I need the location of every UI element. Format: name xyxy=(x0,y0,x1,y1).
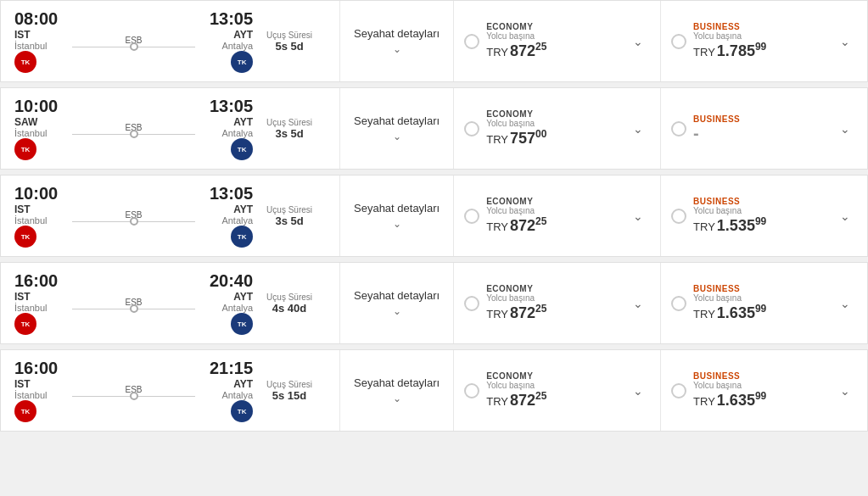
economy-chevron-icon: ⌄ xyxy=(633,384,643,398)
business-decimal: 99 xyxy=(755,390,766,402)
airline-logo-right: TK xyxy=(231,138,253,160)
economy-chevron-icon: ⌄ xyxy=(633,122,643,136)
business-price-value: TRY1.63599 xyxy=(693,303,766,322)
price-section: ECONOMY Yolcu başına TRY87225 ⌄ BUSINESS xyxy=(454,176,867,256)
business-price-block[interactable]: BUSINESS Yolcu başına TRY1.63599 ⌄ xyxy=(661,350,867,431)
flight-info-3: 10:00 IST İstanbul TK ESB 13:05 AYT Anta… xyxy=(1,176,340,256)
flight-line: ESB xyxy=(65,123,202,135)
business-amount: 1.635 xyxy=(717,304,755,321)
flight-list: 08:00 IST İstanbul TK ESB 13:05 AYT Anta… xyxy=(0,0,868,432)
economy-price-block[interactable]: ECONOMY Yolcu başına TRY87225 ⌄ xyxy=(454,176,661,256)
flight-bar xyxy=(72,47,195,47)
economy-price-block[interactable]: ECONOMY Yolcu başına TRY87225 ⌄ xyxy=(454,263,661,343)
business-price-block[interactable]: BUSINESS Yolcu başına TRY1.53599 ⌄ xyxy=(661,176,867,256)
economy-radio[interactable] xyxy=(464,121,479,137)
economy-expand-btn[interactable]: ⌄ xyxy=(626,384,650,398)
business-currency: TRY xyxy=(693,220,715,233)
business-expand-btn[interactable]: ⌄ xyxy=(833,35,857,48)
depart-code: IST xyxy=(14,203,31,215)
economy-expand-btn[interactable]: ⌄ xyxy=(626,297,650,310)
duration-label: Uçuş Süresi xyxy=(266,380,312,389)
logo-right-text: TK xyxy=(238,146,247,153)
economy-price-main: TRY75700 xyxy=(486,128,626,148)
flight-row-1: 08:00 IST İstanbul TK ESB 13:05 AYT Anta… xyxy=(0,0,868,82)
business-price-main: TRY1.63599 xyxy=(693,303,833,322)
depart-time: 16:00 xyxy=(14,359,58,378)
business-dash: - xyxy=(693,124,699,142)
economy-expand-btn[interactable]: ⌄ xyxy=(626,122,650,136)
chevron-down-icon: ⌄ xyxy=(393,131,401,142)
business-price-block[interactable]: BUSINESS Yolcu başına TRY1.63599 ⌄ xyxy=(661,263,867,343)
depart-block: 16:00 IST İstanbul TK xyxy=(14,271,65,335)
economy-amount: 757 xyxy=(510,130,535,147)
economy-price-value: TRY87225 xyxy=(486,390,546,410)
flight-row-2: 10:00 SAW İstanbul TK ESB 13:05 AYT Anta… xyxy=(0,87,868,170)
business-price-main: TRY1.63599 xyxy=(693,390,833,410)
economy-decimal: 00 xyxy=(535,128,546,140)
arrive-city: Antalya xyxy=(221,215,253,226)
details-label: Seyahat detayları xyxy=(354,202,440,215)
business-price-main: - xyxy=(693,124,833,143)
economy-decimal: 25 xyxy=(535,41,546,53)
business-radio[interactable] xyxy=(671,209,686,224)
economy-currency: TRY xyxy=(486,46,508,59)
economy-expand-btn[interactable]: ⌄ xyxy=(626,35,650,48)
economy-radio[interactable] xyxy=(464,209,479,224)
logo-left-text: TK xyxy=(21,233,31,241)
details-block[interactable]: Seyahat detayları ⌄ xyxy=(340,1,454,81)
business-currency: TRY xyxy=(693,46,715,59)
business-radio[interactable] xyxy=(671,296,686,311)
price-section: ECONOMY Yolcu başına TRY75700 ⌄ BUSINESS xyxy=(454,88,867,169)
flight-bar xyxy=(72,134,195,135)
details-block[interactable]: Seyahat detayları ⌄ xyxy=(340,88,454,169)
economy-radio[interactable] xyxy=(464,383,479,398)
duration-value: 5s 15d xyxy=(272,389,306,402)
economy-radio[interactable] xyxy=(464,296,479,311)
business-price-block[interactable]: BUSINESS - ⌄ xyxy=(661,88,867,169)
airline-logo-right: TK xyxy=(231,400,253,422)
business-radio[interactable] xyxy=(671,121,686,137)
flight-info-1: 08:00 IST İstanbul TK ESB 13:05 AYT Anta… xyxy=(1,1,340,81)
business-price-content: BUSINESS Yolcu başına TRY1.63599 xyxy=(693,371,833,410)
flight-line: ESB xyxy=(65,298,202,309)
economy-price-main: TRY87225 xyxy=(486,390,626,410)
business-decimal: 99 xyxy=(755,215,766,227)
details-block[interactable]: Seyahat detayları ⌄ xyxy=(340,350,454,431)
duration-label: Uçuş Süresi xyxy=(266,205,312,215)
economy-price-block[interactable]: ECONOMY Yolcu başına TRY87225 ⌄ xyxy=(454,1,661,81)
business-price-content: BUSINESS Yolcu başına TRY1.78599 xyxy=(693,22,833,60)
flight-line: ESB xyxy=(65,210,202,222)
economy-decimal: 25 xyxy=(535,390,546,402)
economy-price-block[interactable]: ECONOMY Yolcu başına TRY75700 ⌄ xyxy=(454,88,661,169)
airline-logo-left: TK xyxy=(14,400,36,422)
arrive-block: 13:05 AYT Antalya TK xyxy=(202,184,253,248)
details-block[interactable]: Seyahat detayları ⌄ xyxy=(340,176,454,256)
details-label: Seyahat detayları xyxy=(354,114,440,127)
economy-price-value: TRY87225 xyxy=(486,41,546,60)
business-radio[interactable] xyxy=(671,34,686,49)
logo-right-text: TK xyxy=(238,408,247,415)
economy-radio[interactable] xyxy=(464,34,479,49)
airline-logo-left: TK xyxy=(14,313,36,335)
economy-price-main: TRY87225 xyxy=(486,41,626,60)
economy-price-main: TRY87225 xyxy=(486,215,626,235)
business-expand-btn[interactable]: ⌄ xyxy=(833,209,857,223)
economy-expand-btn[interactable]: ⌄ xyxy=(626,209,650,223)
arrive-code: AYT xyxy=(233,378,253,390)
arrive-time: 21:15 xyxy=(210,359,253,378)
line-container xyxy=(72,396,195,397)
business-radio[interactable] xyxy=(671,383,686,398)
business-per-person: Yolcu başına xyxy=(693,293,833,303)
business-expand-btn[interactable]: ⌄ xyxy=(833,122,857,136)
flight-bar xyxy=(72,309,195,309)
flight-dot xyxy=(130,304,138,313)
business-expand-btn[interactable]: ⌄ xyxy=(833,384,857,398)
business-currency: TRY xyxy=(693,308,715,320)
business-expand-btn[interactable]: ⌄ xyxy=(833,297,857,310)
business-price-block[interactable]: BUSINESS Yolcu başına TRY1.78599 ⌄ xyxy=(661,1,867,81)
economy-chevron-icon: ⌄ xyxy=(633,209,643,223)
details-block[interactable]: Seyahat detayları ⌄ xyxy=(340,263,454,343)
flight-line: ESB xyxy=(65,36,202,47)
economy-price-block[interactable]: ECONOMY Yolcu başına TRY87225 ⌄ xyxy=(454,350,661,431)
arrive-code: AYT xyxy=(233,116,253,128)
